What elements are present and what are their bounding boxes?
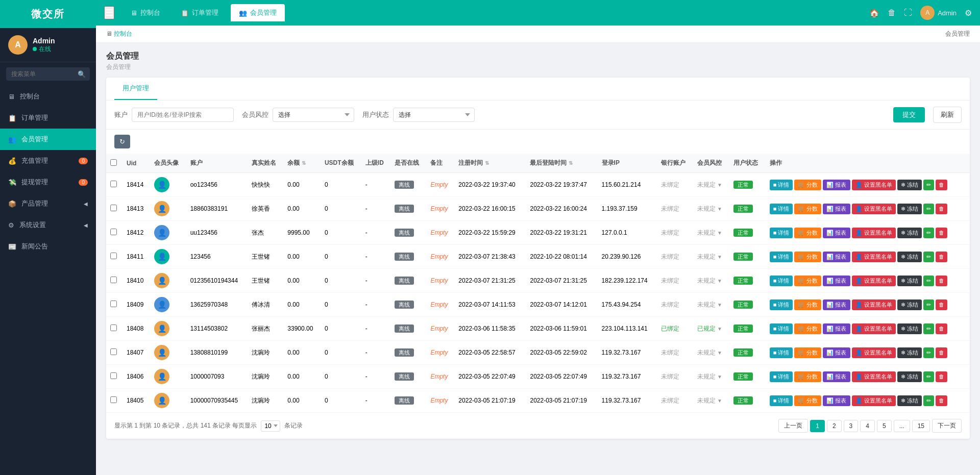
- detail-button[interactable]: ■ 详情: [770, 347, 793, 358]
- score-button[interactable]: 🛒 分数: [794, 299, 821, 310]
- filter-account-input[interactable]: [132, 108, 234, 122]
- row-checkbox-3[interactable]: [110, 253, 117, 259]
- tab-orders[interactable]: 📋 订单管理: [173, 4, 227, 21]
- freeze-button[interactable]: ❄ 冻结: [897, 347, 922, 358]
- delete-button[interactable]: 🗑: [936, 180, 947, 190]
- edit-button[interactable]: ✏: [923, 228, 934, 238]
- score-button[interactable]: 🛒 分数: [794, 276, 821, 286]
- blacklist-button[interactable]: 👤 设置黑名单: [852, 371, 896, 382]
- row-checkbox-6[interactable]: [110, 324, 117, 331]
- blacklist-button[interactable]: 👤 设置黑名单: [852, 299, 896, 310]
- filter-risk-select[interactable]: 选择 未规定 已规定: [273, 108, 354, 122]
- row-checkbox-9[interactable]: [110, 396, 117, 403]
- select-all-checkbox[interactable]: [110, 159, 117, 166]
- sidebar-item-settings[interactable]: ⚙ 系统设置 ◀: [0, 214, 96, 236]
- report-button[interactable]: 📊 报表: [823, 276, 850, 286]
- breadcrumb-dashboard[interactable]: 控制台: [114, 30, 132, 37]
- score-button[interactable]: 🛒 分数: [794, 252, 821, 262]
- page-5-button[interactable]: 5: [877, 420, 892, 432]
- freeze-button[interactable]: ❄ 冻结: [897, 180, 922, 190]
- sidebar-item-news[interactable]: 📰 新闻公告: [0, 236, 96, 257]
- detail-button[interactable]: ■ 详情: [770, 252, 793, 262]
- edit-button[interactable]: ✏: [923, 347, 934, 358]
- edit-button[interactable]: ✏: [923, 204, 934, 214]
- page-3-button[interactable]: 3: [844, 420, 859, 432]
- detail-button[interactable]: ■ 详情: [770, 395, 793, 406]
- freeze-button[interactable]: ❄ 冻结: [897, 228, 922, 238]
- delete-button[interactable]: 🗑: [936, 228, 947, 238]
- home-icon[interactable]: 🏠: [869, 8, 879, 18]
- freeze-button[interactable]: ❄ 冻结: [897, 276, 922, 286]
- sidebar-item-products[interactable]: 📦 产品管理 ◀: [0, 193, 96, 214]
- report-button[interactable]: 📊 报表: [823, 204, 850, 214]
- freeze-button[interactable]: ❄ 冻结: [897, 204, 922, 214]
- score-button[interactable]: 🛒 分数: [794, 204, 821, 214]
- page-1-button[interactable]: 1: [810, 420, 825, 432]
- tab-members[interactable]: 👥 会员管理: [231, 4, 285, 21]
- submit-button[interactable]: 提交: [893, 107, 925, 122]
- page-4-button[interactable]: 4: [860, 420, 875, 432]
- freeze-button[interactable]: ❄ 冻结: [897, 299, 922, 310]
- blacklist-button[interactable]: 👤 设置黑名单: [852, 252, 896, 262]
- edit-button[interactable]: ✏: [923, 323, 934, 334]
- fullscreen-icon[interactable]: ⛶: [904, 8, 912, 17]
- delete-button[interactable]: 🗑: [936, 323, 947, 334]
- settings-gear-icon[interactable]: ⚙: [965, 8, 972, 18]
- refresh-button[interactable]: 刷新: [933, 107, 962, 123]
- table-refresh-button[interactable]: ↻: [114, 135, 130, 148]
- row-checkbox-7[interactable]: [110, 348, 117, 355]
- row-checkbox-4[interactable]: [110, 277, 117, 283]
- score-button[interactable]: 🛒 分数: [794, 395, 821, 406]
- freeze-button[interactable]: ❄ 冻结: [897, 371, 922, 382]
- edit-button[interactable]: ✏: [923, 371, 934, 382]
- row-checkbox-1[interactable]: [110, 205, 117, 211]
- next-page-button[interactable]: 下一页: [932, 419, 962, 433]
- sidebar-item-members[interactable]: 👥 会员管理: [0, 129, 96, 150]
- row-checkbox-8[interactable]: [110, 372, 117, 379]
- page-size-select[interactable]: 10 20 50: [261, 420, 280, 432]
- blacklist-button[interactable]: 👤 设置黑名单: [852, 395, 896, 406]
- blacklist-button[interactable]: 👤 设置黑名单: [852, 323, 896, 334]
- delete-button[interactable]: 🗑: [936, 252, 947, 262]
- score-button[interactable]: 🛒 分数: [794, 347, 821, 358]
- delete-button[interactable]: 🗑: [936, 204, 947, 214]
- detail-button[interactable]: ■ 详情: [770, 371, 793, 382]
- detail-button[interactable]: ■ 详情: [770, 180, 793, 190]
- freeze-button[interactable]: ❄ 冻结: [897, 323, 922, 334]
- report-button[interactable]: 📊 报表: [823, 252, 850, 262]
- detail-button[interactable]: ■ 详情: [770, 228, 793, 238]
- freeze-button[interactable]: ❄ 冻结: [897, 395, 922, 406]
- delete-button[interactable]: 🗑: [936, 371, 947, 382]
- report-button[interactable]: 📊 报表: [823, 228, 850, 238]
- trash-icon[interactable]: 🗑: [888, 8, 896, 17]
- detail-button[interactable]: ■ 详情: [770, 323, 793, 334]
- score-button[interactable]: 🛒 分数: [794, 371, 821, 382]
- sidebar-item-recharge[interactable]: 💰 充值管理 0: [0, 150, 96, 171]
- menu-toggle-button[interactable]: ☰: [104, 6, 114, 19]
- detail-button[interactable]: ■ 详情: [770, 204, 793, 214]
- delete-button[interactable]: 🗑: [936, 347, 947, 358]
- row-checkbox-2[interactable]: [110, 229, 117, 235]
- sidebar-item-withdraw[interactable]: 💸 提现管理 0: [0, 171, 96, 193]
- filter-status-select[interactable]: 选择 正常 冻结: [393, 108, 475, 122]
- score-button[interactable]: 🛒 分数: [794, 228, 821, 238]
- blacklist-button[interactable]: 👤 设置黑名单: [852, 347, 896, 358]
- report-button[interactable]: 📊 报表: [823, 299, 850, 310]
- tab-user-management[interactable]: 用户管理: [114, 78, 157, 100]
- row-checkbox-5[interactable]: [110, 301, 117, 307]
- page-2-button[interactable]: 2: [827, 420, 842, 432]
- tab-dashboard[interactable]: 🖥 控制台: [122, 4, 168, 21]
- freeze-button[interactable]: ❄ 冻结: [897, 252, 922, 262]
- sidebar-item-dashboard[interactable]: 🖥 控制台: [0, 86, 96, 107]
- delete-button[interactable]: 🗑: [936, 299, 947, 310]
- blacklist-button[interactable]: 👤 设置黑名单: [852, 276, 896, 286]
- report-button[interactable]: 📊 报表: [823, 371, 850, 382]
- blacklist-button[interactable]: 👤 设置黑名单: [852, 180, 896, 190]
- edit-button[interactable]: ✏: [923, 276, 934, 286]
- edit-button[interactable]: ✏: [923, 180, 934, 190]
- row-checkbox-0[interactable]: [110, 181, 117, 187]
- edit-button[interactable]: ✏: [923, 252, 934, 262]
- report-button[interactable]: 📊 报表: [823, 395, 850, 406]
- report-button[interactable]: 📊 报表: [823, 323, 850, 334]
- detail-button[interactable]: ■ 详情: [770, 276, 793, 286]
